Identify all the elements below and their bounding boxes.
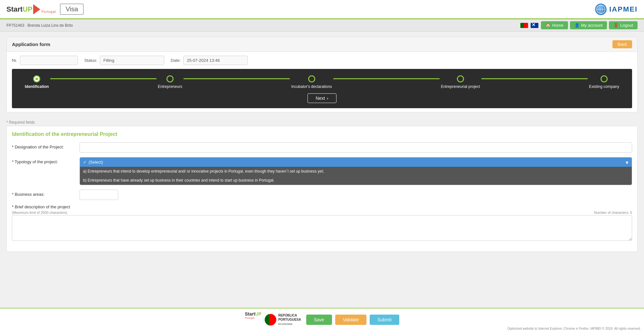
- nr-field: Nr.: [12, 56, 78, 65]
- stepper-line-2: [184, 78, 290, 79]
- typology-field-row: * Typology of the project: ✓ (Select) ▼ …: [12, 157, 632, 185]
- step-label-incubator: Incubator's declarations: [291, 84, 332, 89]
- next-button[interactable]: Next ›: [308, 93, 336, 103]
- typology-dropdown-open: ✓ (Select) ▼ a) Entrepreneurs that inten…: [80, 157, 632, 185]
- step-label-entrepreneurial: Entrepreneurial project: [441, 84, 480, 89]
- stepper-step-identification[interactable]: Identification: [25, 75, 49, 89]
- logout-button[interactable]: 🚪 Logout: [609, 21, 638, 29]
- stepper-step-entrepreneurial[interactable]: Entrepreneurial project: [441, 75, 480, 89]
- typology-dropdown[interactable]: ✓ (Select) ▼ a) Entrepreneurs that inten…: [80, 157, 632, 185]
- stepper-step-incubator[interactable]: Incubator's declarations: [291, 75, 332, 89]
- date-label: Date:: [171, 58, 181, 63]
- user-info: FP751463 · Brenda Luiza Lins de Brito: [6, 23, 73, 28]
- nav-buttons: 🏠 Home 👤 My account 🚪 Logout: [541, 21, 638, 29]
- flag-uk-icon[interactable]: [531, 23, 538, 28]
- home-icon: 🏠: [545, 23, 551, 28]
- main-content: Application form Back Nr. Status: Date:: [0, 32, 644, 257]
- business-areas-label: * Business areas:: [12, 190, 76, 197]
- step-circle-identification: [33, 75, 40, 82]
- flag-pt-icon[interactable]: [520, 23, 528, 28]
- checkmark-icon: ✓: [83, 160, 87, 165]
- visa-badge: Visa: [60, 4, 84, 15]
- business-areas-input[interactable]: [80, 190, 118, 200]
- top-header: StartUP Portugal Visa IAPMEI: [0, 0, 644, 19]
- status-field: Status:: [84, 56, 164, 65]
- step-label-identification: Identification: [25, 84, 49, 89]
- logo-arrow: [33, 4, 40, 14]
- typology-selected-option[interactable]: ✓ (Select) ▼: [80, 157, 632, 167]
- form-meta-row: Nr. Status: Date:: [7, 52, 637, 69]
- stepper-line-3: [333, 78, 440, 79]
- typology-selected-label: (Select): [89, 160, 103, 165]
- section-card: Identification of the entrepreneurial Pr…: [6, 126, 638, 252]
- brief-desc-textarea[interactable]: [12, 215, 632, 241]
- section-title: Identification of the entrepreneurial Pr…: [12, 131, 632, 137]
- iapmei-text: IAPMEI: [609, 5, 638, 14]
- logo-area: StartUP Portugal Visa: [6, 4, 84, 15]
- stepper-line-4: [481, 78, 588, 79]
- step-label-existing: Existing company: [589, 84, 619, 89]
- startup-logo: StartUP Portugal: [6, 4, 56, 14]
- account-icon: 👤: [574, 23, 580, 28]
- nr-label: Nr.: [12, 58, 17, 63]
- form-card-header: Application form Back: [7, 37, 637, 52]
- designation-field-row: * Designation of the Project:: [12, 142, 632, 153]
- designation-label: * Designation of the Project:: [12, 142, 76, 149]
- step-label-entrepreneurs: Entrepreneurs: [158, 84, 182, 89]
- typology-label: * Typology of the project:: [12, 157, 76, 164]
- step-circle-entrepreneurial: [457, 75, 464, 82]
- iapmei-globe-icon: [595, 4, 607, 15]
- my-account-button[interactable]: 👤 My account: [570, 21, 607, 29]
- date-field: Date:: [171, 56, 248, 65]
- stepper-bar: Identification Entrepreneurs Incubator's…: [12, 69, 632, 108]
- globe-svg: [596, 5, 605, 14]
- designation-input[interactable]: [80, 142, 632, 153]
- stepper-step-entrepreneurs[interactable]: Entrepreneurs: [158, 75, 182, 89]
- stepper-line-1: [50, 78, 156, 79]
- form-title: Application form: [12, 42, 50, 47]
- logout-icon: 🚪: [613, 23, 619, 28]
- nr-input[interactable]: [20, 56, 78, 65]
- home-button[interactable]: 🏠 Home: [541, 21, 568, 29]
- business-areas-field-row: * Business areas:: [12, 190, 632, 200]
- step-circle-entrepreneurs: [166, 75, 174, 82]
- application-form-card: Application form Back Nr. Status: Date:: [6, 37, 638, 112]
- next-arrow-icon: ›: [327, 96, 328, 101]
- typology-option-b[interactable]: b) Entrepreneurs that have already set u…: [80, 176, 632, 185]
- user-id-label: FP751463 · Brenda Luiza Lins de Brito: [6, 23, 73, 28]
- sub-header: FP751463 · Brenda Luiza Lins de Brito 🏠 …: [0, 19, 644, 32]
- dropdown-arrow-icon: ▼: [625, 160, 629, 165]
- status-label: Status:: [84, 58, 97, 63]
- back-button[interactable]: Back: [612, 40, 632, 48]
- logo-start-text: StartUP: [6, 5, 33, 14]
- iapmei-logo: IAPMEI: [595, 4, 638, 15]
- stepper-step-existing[interactable]: Existing company: [589, 75, 619, 89]
- typology-option-a[interactable]: a) Entrepreneurs that intend to develop …: [80, 167, 632, 176]
- stepper-steps: Identification Entrepreneurs Incubator's…: [25, 75, 619, 89]
- brief-desc-sublabel: (Maximum limit of 2500 characters): [12, 211, 70, 214]
- required-note: * Required fields: [6, 118, 638, 126]
- logo-portugal-text: Portugal: [42, 10, 56, 14]
- step-circle-incubator: [308, 75, 315, 82]
- char-count: Number of characters: 0: [594, 211, 632, 214]
- stepper-nav: Next ›: [25, 93, 619, 103]
- brief-desc-container: * Brief description of the project (Maxi…: [12, 204, 632, 242]
- status-input[interactable]: [100, 56, 164, 65]
- date-input[interactable]: [183, 56, 248, 65]
- step-circle-existing: [601, 75, 608, 82]
- brief-desc-label: * Brief description of the project: [12, 204, 70, 209]
